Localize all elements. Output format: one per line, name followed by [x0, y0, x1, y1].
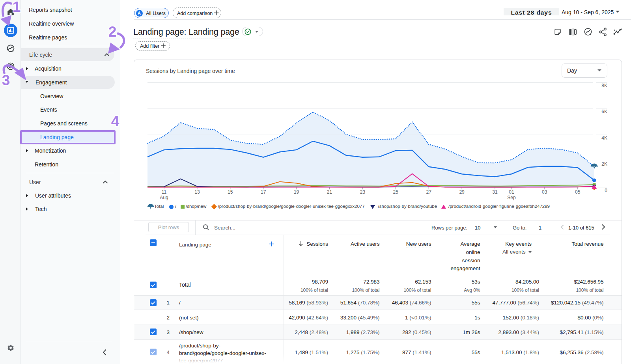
svg-text:Aug: Aug [160, 195, 168, 200]
svg-text:6K: 6K [601, 109, 607, 114]
svg-text:4K: 4K [601, 135, 607, 141]
svg-text:05: 05 [575, 189, 581, 195]
svg-text:21: 21 [327, 189, 332, 195]
svg-text:29: 29 [459, 189, 465, 195]
svg-text:0: 0 [605, 188, 607, 193]
svg-text:27: 27 [426, 189, 432, 195]
svg-text:03: 03 [542, 189, 547, 195]
svg-text:17: 17 [261, 189, 266, 195]
svg-text:25: 25 [393, 189, 399, 195]
svg-text:15: 15 [228, 189, 233, 195]
svg-text:23: 23 [360, 189, 366, 195]
svg-text:2K: 2K [601, 161, 607, 167]
svg-text:19: 19 [294, 189, 299, 195]
svg-text:Sep: Sep [507, 195, 516, 200]
svg-text:8K: 8K [601, 83, 607, 88]
svg-text:31: 31 [492, 189, 498, 195]
svg-text:11: 11 [162, 189, 167, 195]
svg-text:13: 13 [194, 189, 200, 195]
svg-text:01: 01 [509, 189, 514, 195]
